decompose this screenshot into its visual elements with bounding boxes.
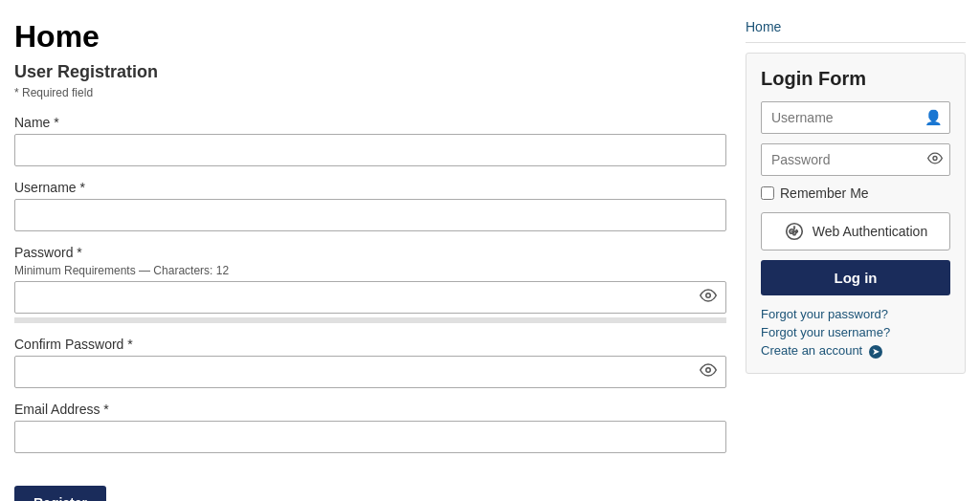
web-auth-icon bbox=[784, 221, 805, 242]
password-label: Password * bbox=[14, 245, 726, 260]
remember-me-checkbox[interactable] bbox=[761, 186, 774, 200]
email-field-group: Email Address * bbox=[14, 402, 726, 453]
password-hint: Minimum Requirements — Characters: 12 bbox=[14, 264, 726, 277]
name-field-group: Name * bbox=[14, 115, 726, 166]
login-username-group: 👤 bbox=[761, 101, 950, 134]
eye-icon bbox=[700, 361, 717, 379]
login-password-group bbox=[761, 143, 950, 176]
username-field-group: Username * bbox=[14, 180, 726, 231]
svg-point-1 bbox=[706, 368, 711, 373]
name-input[interactable] bbox=[14, 134, 726, 166]
svg-point-4 bbox=[793, 227, 794, 228]
password-field-group: Password * Minimum Requirements — Charac… bbox=[14, 245, 726, 323]
forgot-username-link[interactable]: Forgot your username? bbox=[761, 325, 950, 339]
sidebar: Home Login Form 👤 Remember Me bbox=[746, 19, 966, 501]
forgot-password-link[interactable]: Forgot your password? bbox=[761, 307, 950, 321]
main-content: Home User Registration * Required field … bbox=[14, 19, 726, 501]
password-input[interactable] bbox=[14, 281, 726, 314]
password-strength-bar bbox=[14, 317, 726, 323]
login-button[interactable]: Log in bbox=[761, 260, 950, 295]
eye-icon bbox=[927, 151, 943, 169]
login-form-box: Login Form 👤 Remember Me bbox=[746, 53, 966, 374]
login-links: Forgot your password? Forgot your userna… bbox=[761, 307, 950, 359]
email-input[interactable] bbox=[14, 421, 726, 453]
remember-me-label: Remember Me bbox=[780, 185, 869, 201]
confirm-password-label: Confirm Password * bbox=[14, 337, 726, 352]
username-label: Username * bbox=[14, 180, 726, 195]
password-input-wrapper bbox=[14, 281, 726, 314]
confirm-password-input[interactable] bbox=[14, 356, 726, 388]
registration-form: Name * Username * Password * Minimum Req… bbox=[14, 115, 726, 501]
arrow-circle-icon: ➤ bbox=[869, 345, 882, 359]
confirm-password-toggle-button[interactable] bbox=[698, 359, 719, 384]
email-label: Email Address * bbox=[14, 402, 726, 417]
login-username-input[interactable] bbox=[761, 101, 950, 134]
page-title: Home bbox=[14, 19, 726, 54]
confirm-password-input-wrapper bbox=[14, 356, 726, 388]
create-account-link[interactable]: Create an account ➤ bbox=[761, 343, 950, 359]
login-password-input[interactable] bbox=[761, 143, 950, 176]
password-toggle-button[interactable] bbox=[698, 285, 719, 310]
remember-me-group: Remember Me bbox=[761, 185, 950, 201]
svg-point-0 bbox=[706, 294, 711, 298]
eye-icon bbox=[700, 287, 717, 304]
user-icon: 👤 bbox=[924, 109, 943, 126]
name-label: Name * bbox=[14, 115, 726, 130]
sidebar-home-link[interactable]: Home bbox=[746, 19, 966, 43]
register-button[interactable]: Register bbox=[14, 486, 106, 501]
web-auth-label: Web Authentication bbox=[813, 224, 927, 239]
required-note: * Required field bbox=[14, 86, 726, 99]
username-input[interactable] bbox=[14, 199, 726, 231]
login-form-title: Login Form bbox=[761, 68, 950, 90]
svg-point-2 bbox=[933, 157, 937, 161]
section-title: User Registration bbox=[14, 62, 726, 82]
confirm-password-field-group: Confirm Password * bbox=[14, 337, 726, 388]
web-auth-button[interactable]: Web Authentication bbox=[761, 212, 950, 250]
